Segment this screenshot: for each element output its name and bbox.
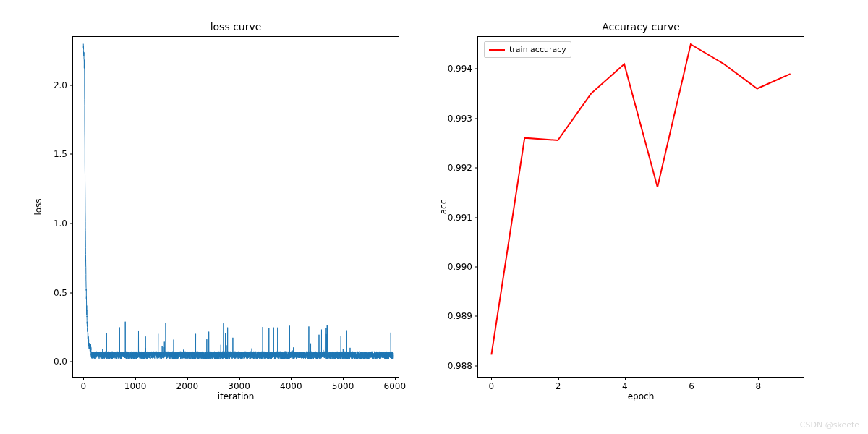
ylabel-loss: loss xyxy=(33,198,43,215)
ytick-label: 0.990 xyxy=(448,262,478,272)
xtick-label: 5000 xyxy=(332,377,354,391)
ytick-label: 2.0 xyxy=(54,80,73,90)
chart-title-loss: loss curve xyxy=(73,21,399,33)
xtick-label: 8 xyxy=(756,377,762,391)
ytick-label: 0.5 xyxy=(54,288,73,298)
xlabel-loss: iteration xyxy=(73,391,399,401)
ytick-label: 0.993 xyxy=(448,114,478,124)
loss-line xyxy=(73,37,399,377)
ytick-label: 0.994 xyxy=(448,64,478,74)
chart-title-acc: Accuracy curve xyxy=(478,21,804,33)
xtick-label: 2 xyxy=(556,377,561,391)
xtick-label: 6 xyxy=(689,377,694,391)
ytick-label: 0.988 xyxy=(448,361,478,371)
legend: train accuracy xyxy=(484,41,571,58)
ytick-label: 1.0 xyxy=(54,218,73,229)
xtick-label: 2000 xyxy=(176,377,199,391)
xlabel-acc: epoch xyxy=(478,391,804,401)
xtick-label: 0 xyxy=(81,377,87,391)
legend-label: train accuracy xyxy=(509,45,566,54)
ytick-label: 0.989 xyxy=(448,311,478,321)
accuracy-line xyxy=(478,37,804,377)
xtick-label: 4 xyxy=(622,377,628,391)
xtick-label: 4000 xyxy=(280,377,302,391)
ytick-label: 0.992 xyxy=(448,163,478,173)
xtick-label: 6000 xyxy=(384,377,407,391)
axes-accuracy: Accuracy curve acc epoch train accuracy … xyxy=(477,36,804,378)
watermark: CSDN @skeete xyxy=(800,420,859,430)
ytick-label: 0.0 xyxy=(54,357,73,367)
ytick-label: 0.991 xyxy=(448,213,478,223)
ytick-label: 1.5 xyxy=(54,149,73,159)
axes-loss: loss curve loss iteration 01000200030004… xyxy=(72,36,399,378)
legend-swatch-icon xyxy=(489,49,505,51)
xtick-label: 0 xyxy=(489,377,495,391)
figure: loss curve loss iteration 01000200030004… xyxy=(0,0,868,434)
xtick-label: 3000 xyxy=(228,377,250,391)
xtick-label: 1000 xyxy=(124,377,147,391)
